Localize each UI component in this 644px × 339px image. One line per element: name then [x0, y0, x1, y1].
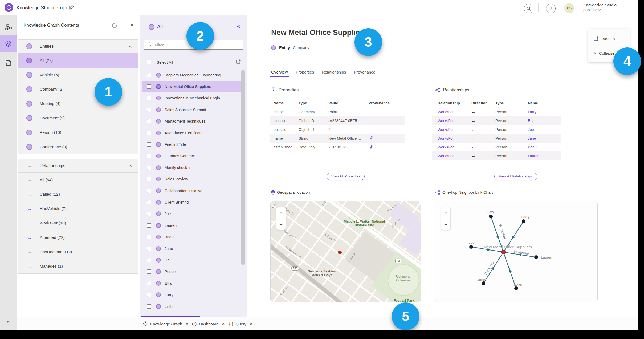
zoom-out-button[interactable]: −	[441, 219, 450, 230]
graph-item-row[interactable]: Collaboration initiative	[142, 185, 243, 196]
geospatial-map[interactable]: W Clay St E Clay St Marshall St W Marsha…	[270, 201, 421, 302]
add-to-menu-item[interactable]: Add To	[588, 31, 630, 46]
graph-item-row[interactable]: Sales Review	[142, 173, 243, 185]
rail-save-button[interactable]	[0, 55, 17, 71]
item-checkbox[interactable]	[147, 108, 151, 112]
item-checkbox[interactable]	[147, 212, 151, 216]
relationship-link[interactable]: WorksFor	[432, 119, 471, 123]
item-checkbox[interactable]	[147, 166, 151, 170]
related-entity-link[interactable]: Beau	[528, 145, 561, 149]
related-entity-link[interactable]: Lauren	[528, 154, 561, 158]
graph-item-row[interactable]: Uri	[142, 254, 243, 266]
graph-item-row[interactable]: Client Briefing	[142, 196, 243, 208]
detail-tab[interactable]: Provenance	[354, 70, 375, 77]
node-beau[interactable]	[514, 286, 518, 290]
graph-item-row[interactable]: Lilith	[142, 301, 243, 312]
graph-item-row[interactable]: Beau	[142, 231, 243, 243]
select-all-checkbox[interactable]	[147, 60, 151, 64]
link-chart-canvas[interactable]: Etta Larry Joe Lauren Jane Beau New Meta…	[435, 201, 598, 302]
related-entity-link[interactable]: Larry	[528, 110, 561, 114]
provenance-flag-icon[interactable]	[369, 145, 373, 149]
graph-item-row[interactable]: Jane	[142, 243, 243, 254]
entity-type-row[interactable]: Document (2)	[18, 111, 138, 125]
graph-item-row[interactable]: Larry	[142, 289, 243, 300]
close-tab-icon[interactable]: ✕	[248, 321, 254, 326]
graph-item-row[interactable]: Managment Techniques	[142, 116, 243, 127]
item-checkbox[interactable]	[147, 84, 151, 89]
node-larry[interactable]	[522, 219, 525, 223]
graph-item-row[interactable]: L. Jones Contract	[142, 150, 243, 162]
graph-item-row[interactable]: Persie	[142, 266, 243, 277]
item-checkbox[interactable]	[147, 281, 151, 285]
item-checkbox[interactable]	[147, 235, 151, 239]
rail-layers-button[interactable]	[0, 35, 17, 52]
graph-item-row[interactable]: Lauren	[142, 220, 243, 231]
close-tab-icon[interactable]: ✕	[184, 321, 190, 326]
item-checkbox[interactable]	[147, 223, 151, 228]
view-all-relationships-button[interactable]: View All Relationships	[494, 173, 537, 180]
detail-tab[interactable]: Relationships	[322, 70, 346, 77]
relationship-link[interactable]: WorksFor	[432, 154, 471, 158]
relationship-type-row[interactable]: → Attended (22)	[18, 230, 138, 245]
user-avatar[interactable]: KS	[564, 3, 574, 13]
item-checkbox[interactable]	[147, 200, 151, 204]
item-checkbox[interactable]	[147, 304, 151, 309]
node-lauren[interactable]	[534, 255, 538, 259]
item-checkbox[interactable]	[147, 258, 151, 262]
item-checkbox[interactable]	[147, 73, 151, 77]
relationship-link[interactable]: WorksFor	[432, 110, 471, 114]
node-joe[interactable]	[469, 245, 473, 249]
relationship-type-row[interactable]: → All (54)	[18, 173, 138, 187]
close-panel-icon[interactable]: ✕	[128, 22, 135, 29]
detail-tab[interactable]: Overview	[271, 70, 288, 77]
rail-model-button[interactable]	[0, 19, 17, 36]
entity-type-row[interactable]: All (27)	[18, 53, 138, 68]
entity-type-row[interactable]: Vehicle (6)	[18, 68, 138, 82]
graph-item-row[interactable]: Staplers Mechanical Engineering	[142, 69, 243, 81]
edit-title-pencil-icon[interactable]	[69, 5, 74, 11]
relationship-link[interactable]: WorksFor	[432, 127, 471, 132]
graph-item-row[interactable]: Etta	[142, 277, 243, 289]
item-checkbox[interactable]	[147, 293, 151, 297]
node-etta[interactable]	[489, 215, 493, 218]
tab-query[interactable]: { } Query ✕	[229, 317, 254, 330]
zoom-out-button[interactable]: −	[276, 219, 286, 230]
tab-knowledge-graph[interactable]: Knowledge Graph ✕	[143, 317, 190, 330]
close-tab-icon[interactable]: ✕	[221, 321, 226, 326]
entity-type-row[interactable]: Conference (3)	[18, 140, 138, 154]
tab-dashboard[interactable]: Dashboard ✕	[192, 317, 226, 330]
graph-item-row[interactable]: Innovations in Mechanical Engin...	[142, 92, 243, 104]
item-checkbox[interactable]	[147, 119, 151, 123]
chevron-up-icon[interactable]	[128, 44, 132, 49]
rail-expand-button[interactable]: »	[0, 317, 17, 327]
entity-type-row[interactable]: Person (10)	[18, 125, 138, 140]
item-checkbox[interactable]	[147, 269, 151, 274]
relationship-type-row[interactable]: → Called (12)	[18, 187, 138, 201]
view-all-properties-button[interactable]: View All Properties	[327, 173, 365, 180]
relationship-type-row[interactable]: → HasVehicle (7)	[18, 201, 138, 216]
provenance-flag-icon[interactable]	[369, 136, 373, 140]
item-checkbox[interactable]	[147, 131, 151, 135]
add-to-new-icon[interactable]	[236, 59, 241, 65]
add-to-new-icon[interactable]	[112, 23, 117, 29]
entities-section-header[interactable]: Entities	[18, 40, 138, 53]
relationship-link[interactable]: WorksFor	[432, 136, 471, 140]
relationship-type-row[interactable]: → Manages (1)	[18, 259, 138, 273]
item-checkbox[interactable]	[147, 177, 151, 181]
item-checkbox[interactable]	[147, 96, 151, 100]
zoom-in-button[interactable]: +	[276, 207, 286, 219]
node-jane[interactable]	[482, 281, 485, 285]
graph-item-row[interactable]: Sales Associate Summit	[142, 104, 243, 115]
graph-item-row[interactable]: Montly check-in	[142, 162, 243, 173]
graph-item-row[interactable]: Joe	[142, 208, 243, 220]
relationship-type-row[interactable]: → HasDocument (2)	[18, 245, 138, 259]
chevron-up-icon[interactable]	[128, 163, 132, 168]
search-button[interactable]	[524, 4, 533, 13]
item-checkbox[interactable]	[147, 154, 151, 158]
related-entity-link[interactable]: Joe	[528, 127, 561, 132]
graph-item-row[interactable]: Firebird Title	[142, 139, 243, 150]
help-button[interactable]: ?	[546, 4, 556, 13]
relationship-type-row[interactable]: → WorksFor (10)	[18, 216, 138, 230]
list-scrollbar[interactable]	[241, 70, 245, 265]
relationships-section-header[interactable]: → Relationships	[18, 159, 138, 173]
